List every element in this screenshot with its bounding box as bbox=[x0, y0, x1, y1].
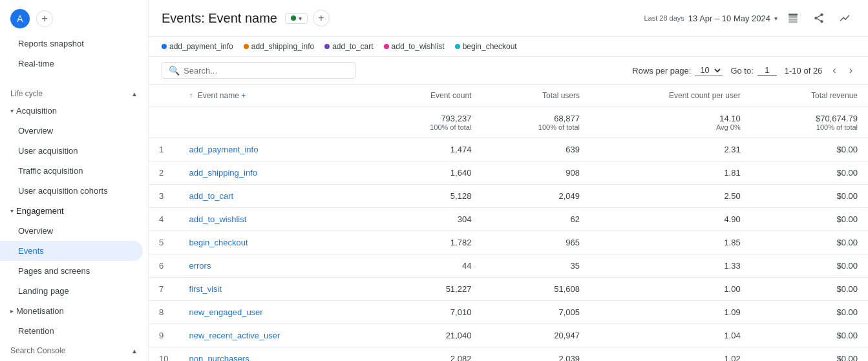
cell-per-user: 1.04 bbox=[590, 324, 751, 347]
event-name-link[interactable]: non_purchasers bbox=[189, 354, 249, 361]
sidebar-item-realtime[interactable]: Real-time bbox=[0, 54, 143, 74]
col-header-total-revenue[interactable]: Total revenue bbox=[751, 85, 868, 107]
event-name-link[interactable]: new_engaged_user bbox=[189, 307, 262, 317]
col-header-total-users[interactable]: Total users bbox=[482, 85, 590, 107]
status-dot-icon bbox=[291, 15, 296, 21]
table-header: ↑ Event name + Event count Total users E… bbox=[149, 85, 868, 138]
cell-event-name[interactable]: new_engaged_user bbox=[178, 301, 373, 324]
cell-revenue: $0.00 bbox=[751, 254, 868, 278]
event-name-link[interactable]: first_visit bbox=[189, 284, 222, 294]
avatar[interactable]: A bbox=[10, 9, 30, 28]
event-name-link[interactable]: begin_checkout bbox=[189, 238, 248, 247]
col-header-event-name[interactable]: ↑ Event name + bbox=[178, 85, 373, 107]
col-header-event-count-per-user[interactable]: Event count per user bbox=[590, 85, 751, 107]
cell-event-count: 5,128 bbox=[374, 185, 482, 208]
add-report-button[interactable]: + bbox=[36, 10, 53, 27]
cell-revenue: $0.00 bbox=[751, 347, 868, 362]
event-name-link[interactable]: add_to_wishlist bbox=[189, 214, 246, 224]
table-row: 7 first_visit 51,227 51,608 1.00 $0.00 bbox=[149, 278, 868, 301]
sidebar-item-traffic-acquisition[interactable]: Traffic acquisition bbox=[0, 161, 143, 181]
sidebar-search-console-section[interactable]: Search Console ▲ bbox=[0, 341, 148, 358]
cell-row-num: 2 bbox=[149, 161, 178, 185]
cell-event-count: 44 bbox=[374, 254, 482, 278]
cell-event-name[interactable]: first_visit bbox=[178, 278, 373, 301]
cell-row-num: 5 bbox=[149, 231, 178, 254]
event-name-link[interactable]: add_shipping_info bbox=[189, 168, 257, 178]
sidebar-item-landing-page[interactable]: Landing page bbox=[0, 281, 143, 301]
cell-event-name[interactable]: begin_checkout bbox=[178, 231, 373, 254]
rows-per-page-control: Rows per page: 10 25 50 bbox=[632, 65, 723, 76]
totals-total-users: 68,877 100% of total bbox=[482, 107, 590, 138]
col-header-event-count[interactable]: Event count bbox=[374, 85, 482, 107]
pagination-prev-button[interactable]: ‹ bbox=[830, 63, 838, 77]
cell-per-user: 1.85 bbox=[590, 231, 751, 254]
sidebar-item-search-console[interactable]: Search Console bbox=[0, 358, 143, 361]
table-row: 5 begin_checkout 1,782 965 1.85 $0.00 bbox=[149, 231, 868, 254]
table-view-icon[interactable] bbox=[783, 8, 803, 28]
search-box[interactable]: 🔍 bbox=[162, 62, 355, 79]
sidebar: A + Reports snapshot Real-time Life cycl… bbox=[0, 0, 149, 361]
sidebar-item-events[interactable]: Events bbox=[0, 241, 143, 261]
sidebar-lifecycle-section[interactable]: Life cycle ▲ bbox=[0, 84, 148, 101]
events-table: ↑ Event name + Event count Total users E… bbox=[149, 85, 868, 361]
rows-per-page-select[interactable]: 10 25 50 bbox=[695, 65, 723, 76]
main-content: Events: Event name ▾ + Last 28 days 13 A… bbox=[149, 0, 868, 361]
legend-dot-icon bbox=[162, 44, 167, 49]
sidebar-item-pages-screens[interactable]: Pages and screens bbox=[0, 261, 143, 281]
cell-total-users: 35 bbox=[482, 254, 590, 278]
sidebar-item-overview-engagement[interactable]: Overview bbox=[0, 221, 143, 241]
sidebar-engagement-group[interactable]: ▾ Engagement bbox=[0, 201, 148, 221]
add-column-button[interactable]: + bbox=[241, 91, 246, 100]
rows-per-page-label: Rows per page: bbox=[632, 66, 691, 76]
search-console-chevron-icon: ▲ bbox=[131, 347, 138, 355]
cell-event-count: 1,782 bbox=[374, 231, 482, 254]
sidebar-item-retention[interactable]: Retention bbox=[0, 321, 143, 341]
pagination-next-button[interactable]: › bbox=[847, 63, 855, 77]
event-name-link[interactable]: add_to_cart bbox=[189, 191, 233, 201]
sidebar-item-overview-acquisition[interactable]: Overview bbox=[0, 121, 143, 141]
legend-dot-icon bbox=[324, 44, 330, 49]
cell-event-name[interactable]: errors bbox=[178, 254, 373, 278]
event-name-link[interactable]: errors bbox=[189, 261, 211, 271]
cell-row-num: 3 bbox=[149, 185, 178, 208]
cell-total-users: 2,049 bbox=[482, 185, 590, 208]
status-dropdown-icon: ▾ bbox=[299, 15, 302, 22]
table-body: 1 add_payment_info 1,474 639 2.31 $0.00 … bbox=[149, 138, 868, 362]
table-row: 3 add_to_cart 5,128 2,049 2.50 $0.00 bbox=[149, 185, 868, 208]
add-comparison-button[interactable]: + bbox=[313, 10, 330, 26]
status-badge[interactable]: ▾ bbox=[285, 13, 308, 24]
event-name-link[interactable]: new_recent_active_user bbox=[189, 331, 280, 340]
goto-input[interactable] bbox=[757, 65, 777, 76]
cell-per-user: 2.50 bbox=[590, 185, 751, 208]
table-row: 9 new_recent_active_user 21,040 20,947 1… bbox=[149, 324, 868, 347]
sidebar-item-user-acquisition-cohorts[interactable]: User acquisition cohorts bbox=[0, 181, 143, 201]
cell-per-user: 1.02 bbox=[590, 347, 751, 362]
cell-row-num: 10 bbox=[149, 347, 178, 362]
table-row: 6 errors 44 35 1.33 $0.00 bbox=[149, 254, 868, 278]
date-range-dropdown-icon[interactable]: ▾ bbox=[774, 15, 778, 22]
cell-event-name[interactable]: non_purchasers bbox=[178, 347, 373, 362]
cell-total-users: 965 bbox=[482, 231, 590, 254]
sidebar-item-reports-snapshot[interactable]: Reports snapshot bbox=[0, 34, 143, 54]
sidebar-acquisition-group[interactable]: ▾ Acquisition bbox=[0, 101, 148, 121]
event-name-link[interactable]: add_payment_info bbox=[189, 145, 258, 154]
cell-event-count: 304 bbox=[374, 208, 482, 231]
search-input[interactable] bbox=[184, 66, 313, 76]
share-icon[interactable] bbox=[809, 8, 829, 28]
sidebar-item-user-acquisition[interactable]: User acquisition bbox=[0, 141, 143, 161]
lifecycle-chevron-icon: ▲ bbox=[131, 90, 138, 98]
cell-event-name[interactable]: add_payment_info bbox=[178, 138, 373, 161]
cell-event-name[interactable]: add_shipping_info bbox=[178, 161, 373, 185]
cell-event-name[interactable]: new_recent_active_user bbox=[178, 324, 373, 347]
page-header: Events: Event name ▾ + Last 28 days 13 A… bbox=[149, 0, 868, 37]
cell-revenue: $0.00 bbox=[751, 301, 868, 324]
sidebar-monetisation-group[interactable]: ▸ Monetisation bbox=[0, 301, 148, 321]
cell-row-num: 1 bbox=[149, 138, 178, 161]
engagement-chevron-icon: ▾ bbox=[10, 207, 14, 214]
cell-event-name[interactable]: add_to_wishlist bbox=[178, 208, 373, 231]
cell-event-name[interactable]: add_to_cart bbox=[178, 185, 373, 208]
legend-dot-icon bbox=[455, 44, 460, 49]
legend-item-add-to-cart: add_to_cart bbox=[324, 42, 373, 51]
cell-event-count: 7,010 bbox=[374, 301, 482, 324]
more-options-icon[interactable] bbox=[834, 8, 855, 28]
